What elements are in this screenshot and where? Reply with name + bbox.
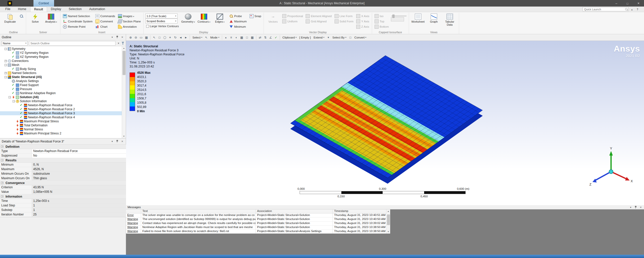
next-view-icon[interactable]: [183, 35, 188, 40]
tree-item[interactable]: Static Structural (A5): [0, 75, 122, 79]
minimum-button[interactable]: Minimum: [228, 24, 248, 29]
chevron-down-icon[interactable]: [110, 35, 114, 39]
convert-menu[interactable]: Convert: [353, 35, 368, 40]
details-category[interactable]: Convergence: [0, 181, 126, 185]
remote-point-button[interactable]: Remote Point: [62, 24, 93, 29]
tree-item[interactable]: Total Deformation: [0, 123, 122, 127]
annotation-button[interactable]: Annotation: [117, 24, 142, 29]
comment-button[interactable]: Comment: [95, 19, 116, 24]
top-button[interactable]: Top: [374, 19, 389, 24]
outline-scrollbar[interactable]: ▲ ▼: [122, 46, 126, 138]
association-column-header[interactable]: Association: [256, 209, 333, 213]
tree-item[interactable]: Newton-Raphson Residual Force 2: [0, 107, 122, 111]
tree-item[interactable]: Body Sizing: [0, 67, 122, 71]
lasso-select-icon[interactable]: [162, 35, 167, 40]
result-scale-combo[interactable]: 1.0 (True Scale)▾: [145, 14, 178, 18]
scroll-up-icon[interactable]: ▲: [386, 209, 390, 213]
tree-item-selected[interactable]: Newton-Raphson Residual Force 3: [0, 111, 122, 115]
quick-launch-box[interactable]: [583, 7, 628, 11]
maximum-button[interactable]: Maximum: [228, 19, 248, 24]
tree-item[interactable]: Newton-Raphson Residual Force 4: [0, 115, 122, 119]
collapse-icon[interactable]: [5, 76, 7, 78]
grow-selection-icon[interactable]: [263, 35, 268, 40]
tree-item[interactable]: Nonlinear Adaptive Region: [0, 91, 122, 95]
expand-icon[interactable]: [5, 72, 7, 74]
iso-button[interactable]: Iso: [374, 14, 389, 19]
scoped-bodies-combo[interactable]: Scoped Bodies▾: [145, 19, 178, 23]
worksheet-button[interactable]: Worksheet: [411, 13, 425, 23]
details-row[interactable]: Time1,25e-003 s: [0, 199, 126, 203]
line-form-button[interactable]: Line Form: [334, 14, 354, 19]
tree-item[interactable]: Maximum Principal Stress 2: [0, 131, 122, 135]
rotate-icon[interactable]: [173, 35, 178, 40]
pin-icon[interactable]: [634, 205, 637, 209]
details-row[interactable]: Maximum4526, N: [0, 167, 126, 172]
tree-item[interactable]: Connections: [0, 59, 122, 63]
tree-item[interactable]: XZ Symmetry Region: [0, 55, 122, 59]
collapse-icon[interactable]: [1, 195, 3, 198]
contours-button[interactable]: Contours: [197, 13, 211, 24]
x-axis-button[interactable]: X Axis: [355, 14, 370, 19]
collapse-icon[interactable]: [5, 64, 7, 66]
expand-search-icon[interactable]: [117, 42, 120, 45]
close-icon[interactable]: [120, 35, 124, 39]
tab-result[interactable]: Result: [30, 7, 47, 12]
select-cursor-icon[interactable]: [152, 35, 157, 40]
vertex-filter-icon[interactable]: [223, 35, 228, 40]
app-icon[interactable]: [8, 1, 12, 6]
quick-launch-input[interactable]: [583, 8, 625, 11]
body-filter-icon[interactable]: [239, 35, 244, 40]
flip-selection-icon[interactable]: [258, 35, 263, 40]
messages-scrollbar[interactable]: ▲ ▼: [386, 209, 390, 234]
apply-icon[interactable]: [273, 35, 278, 40]
tree-item[interactable]: Pressure: [0, 87, 122, 91]
tree-item[interactable]: Fixed Support: [0, 83, 122, 87]
name-filter-combo[interactable]: Name▾: [2, 41, 28, 46]
collapse-icon[interactable]: [13, 100, 15, 102]
large-vertex-contours-toggle[interactable]: Large Vertex Contours: [145, 24, 180, 29]
search-outline-input[interactable]: [29, 41, 115, 46]
message-severity[interactable]: Warning: [127, 222, 138, 225]
message-severity[interactable]: Error: [127, 213, 134, 216]
minimize-button[interactable]: [611, 0, 622, 7]
message-severity[interactable]: Warning: [127, 217, 138, 220]
model-plate[interactable]: [290, 55, 483, 178]
extend-icon[interactable]: [326, 35, 331, 40]
message-row[interactable]: Warning The unconverged solution (identi…: [126, 217, 386, 222]
details-row[interactable]: TypeNewton-Raphson Residual Force: [0, 149, 126, 154]
tab-selection[interactable]: Selection: [65, 7, 85, 12]
message-row[interactable]: Warning Nonlinear Adaptive Region with J…: [126, 226, 386, 230]
tree-item[interactable]: Symmetry: [0, 47, 122, 51]
maximize-button[interactable]: [622, 0, 633, 7]
image-capture-icon[interactable]: [144, 35, 149, 40]
collapse-ribbon-icon[interactable]: [630, 8, 634, 11]
message-severity[interactable]: Warning: [127, 226, 138, 229]
details-row[interactable]: Minimum0, N: [0, 163, 126, 167]
message-severity[interactable]: Warning: [127, 230, 138, 233]
zoom-fit-icon[interactable]: [139, 35, 144, 40]
message-row[interactable]: Warning Contact status has experienced a…: [126, 222, 386, 226]
scroll-up-icon[interactable]: ▲: [122, 46, 126, 50]
commands-button[interactable]: Commands: [95, 14, 116, 19]
collapse-icon[interactable]: [5, 48, 7, 50]
duplicate-button[interactable]: Duplicate: [3, 13, 17, 23]
node-filter-icon[interactable]: [245, 35, 250, 40]
tree-item[interactable]: Maximum Principal Stress: [0, 119, 122, 123]
graphics-viewport[interactable]: A: Static Structural Newton-Raphson Resi…: [126, 41, 644, 205]
details-category[interactable]: Results: [0, 158, 126, 163]
pan-icon[interactable]: [168, 35, 173, 40]
details-row[interactable]: Minimum Occurs Onsubstructure: [0, 172, 126, 176]
details-row[interactable]: Maximum Occurs OnThin glass: [0, 176, 126, 181]
uniform-button[interactable]: Uniform: [281, 19, 304, 24]
collapse-icon[interactable]: [9, 96, 11, 98]
details-row[interactable]: SuppressedNo: [0, 154, 126, 158]
find-in-outline-button[interactable]: [19, 14, 24, 19]
chevron-down-icon[interactable]: [629, 205, 632, 209]
tab-home[interactable]: Home: [14, 7, 30, 12]
tab-file[interactable]: File: [2, 7, 14, 12]
chart-button[interactable]: Chart: [95, 24, 116, 29]
scrollbar-thumb[interactable]: [123, 51, 126, 75]
scroll-down-icon[interactable]: ▼: [386, 230, 390, 234]
element-aligned-button[interactable]: Element Aligned: [305, 14, 332, 19]
tree-item[interactable]: Mesh: [0, 63, 122, 67]
